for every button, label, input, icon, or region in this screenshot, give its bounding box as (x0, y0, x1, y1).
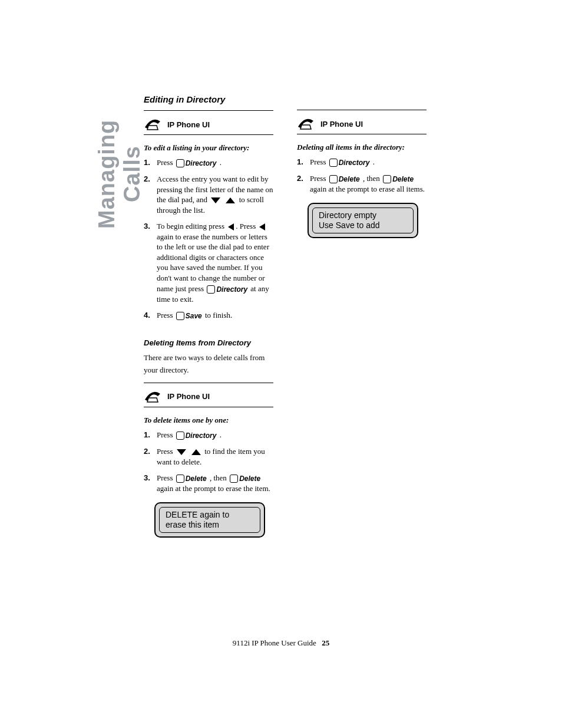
step: Press Delete , then Delete again at the … (297, 173, 427, 195)
body-text: There are two ways to delete calls from … (144, 352, 273, 377)
delete-key-icon: Delete (383, 174, 414, 184)
step-text: . (373, 157, 375, 166)
procedure-title-delete-all: Deleting all items in the directory: (297, 143, 427, 152)
divider (144, 110, 273, 111)
step-text: Press (310, 157, 326, 166)
step-text: . (220, 158, 222, 167)
step-text: Press (157, 430, 173, 439)
steps-edit-listing: Press Directory . Access the entry you w… (144, 157, 273, 321)
step-text: again at the prompt to erase all items. (310, 185, 425, 193)
lcd-screen: Directory empty Use Save to add (308, 203, 418, 238)
down-arrow-icon (176, 449, 187, 456)
side-tab: Managing Calls (94, 91, 127, 256)
lcd-line: Directory empty (319, 210, 413, 220)
divider (297, 134, 427, 134)
down-arrow-icon (210, 197, 221, 204)
step: Access the entry you want to edit by pre… (144, 174, 273, 215)
step-text: Press (157, 158, 173, 167)
phone-ui-label: IP Phone UI (167, 392, 210, 401)
directory-key-icon: Directory (207, 285, 247, 294)
section-title-deleting: Deleting Items from Directory (144, 338, 273, 347)
step-text: , then (210, 473, 227, 482)
phone-ui-heading: IP Phone UI (144, 118, 273, 131)
phone-ui-heading: IP Phone UI (144, 390, 273, 403)
save-key-icon: Save (176, 311, 202, 321)
left-arrow-icon (227, 223, 234, 231)
procedure-title-edit: To edit a listing in your directory: (144, 143, 273, 153)
divider (297, 110, 427, 110)
step-text: Press (310, 174, 326, 183)
step: Press Directory . (144, 157, 273, 168)
up-arrow-icon (225, 197, 236, 204)
step: Press Directory . (144, 430, 273, 440)
phone-ui-heading: IP Phone UI (297, 117, 427, 130)
step: Press Directory . (297, 157, 427, 167)
lcd-line: Use Save to add (319, 220, 413, 230)
steps-delete-one: Press Directory . Press to find the item… (144, 430, 273, 494)
page-footer: 9112i IP Phone User Guide 25 (0, 638, 562, 648)
step-text: Press (157, 311, 173, 319)
step-text: . Press (236, 222, 256, 230)
step-text: to find the item you want to delete. (157, 447, 265, 466)
section-title-editing: Editing in Directory (144, 94, 273, 104)
procedure-title-delete-one: To delete items one by one: (144, 416, 273, 425)
divider (144, 407, 273, 407)
step-text: again at the prompt to erase the item. (157, 484, 270, 493)
lcd-line: erase this item (166, 520, 260, 530)
steps-delete-all: Press Directory . Press Delete , then De… (297, 157, 427, 195)
page-number: 25 (318, 638, 329, 647)
phone-ui-icon (144, 390, 161, 403)
phone-ui-label: IP Phone UI (320, 120, 363, 129)
step-text: . (220, 430, 222, 439)
left-column: Editing in Directory IP Phone UI To edit… (144, 94, 273, 543)
directory-key-icon: Directory (176, 159, 217, 168)
phone-ui-label: IP Phone UI (167, 120, 210, 129)
up-arrow-icon (191, 449, 201, 456)
lcd-screen: DELETE again to erase this item (154, 502, 265, 538)
phone-ui-icon (144, 118, 161, 131)
directory-key-icon: Directory (329, 158, 370, 167)
step-text: Press (157, 473, 173, 482)
lcd-line: DELETE again to (166, 510, 260, 520)
right-column: IP Phone UI Deleting all items in the di… (297, 106, 427, 244)
footer-text: 9112i IP Phone User Guide (233, 638, 316, 647)
step-text: Press (157, 447, 173, 456)
step-text: to finish. (205, 311, 232, 319)
step-text: To begin editing press (157, 222, 224, 230)
step-text: , then (363, 174, 380, 183)
divider (144, 134, 273, 135)
delete-key-icon: Delete (329, 174, 360, 184)
phone-ui-icon (297, 117, 315, 130)
step: Press Delete , then Delete again at the … (144, 473, 273, 494)
step: To begin editing press . Press again to … (144, 221, 273, 304)
directory-key-icon: Directory (176, 431, 217, 440)
step: Press to find the item you want to delet… (144, 446, 273, 467)
delete-key-icon: Delete (230, 474, 260, 483)
divider (144, 383, 273, 383)
left-arrow-icon (259, 223, 266, 231)
step: Press Save to finish. (144, 310, 273, 321)
delete-key-icon: Delete (176, 474, 207, 483)
